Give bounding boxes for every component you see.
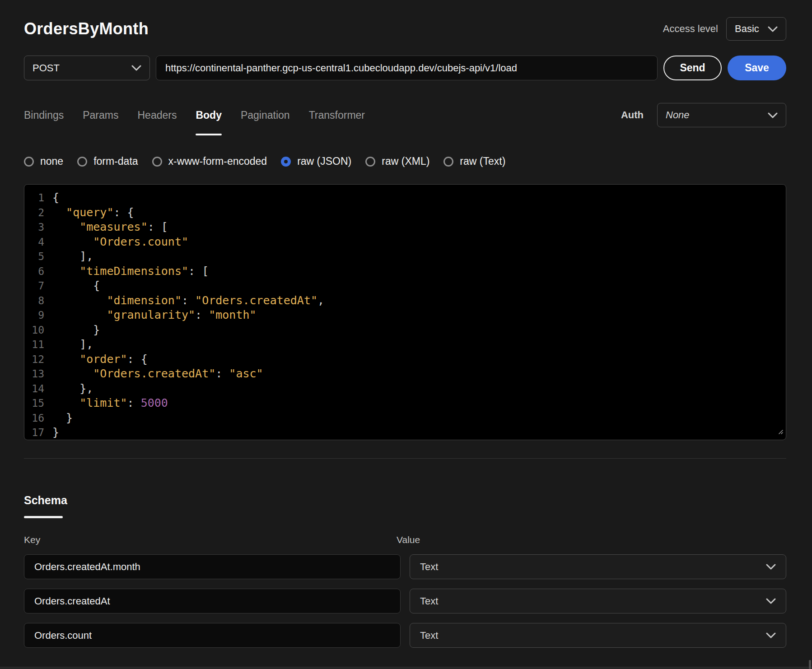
schema-value-select[interactable]: Text [410,554,786,579]
radio-circle-icon [443,157,453,167]
save-button[interactable]: Save [728,56,786,80]
code-token: "Orders.createdAt" [52,367,215,380]
schema-value: Text [420,630,438,641]
code-line: 13 "Orders.createdAt": "asc" [24,367,786,381]
tab-params[interactable]: Params [83,109,118,121]
code-token: "asc" [229,367,263,380]
access-level-value: Basic [735,23,759,35]
code-line: 8 "dimension": "Orders.createdAt", [24,293,786,308]
code-token: : [ [148,220,168,233]
line-number: 3 [24,220,44,235]
radio-circle-icon [365,157,375,167]
code-line: 14 }, [24,381,786,396]
radio-raw-xml[interactable]: raw (XML) [365,155,429,167]
code-line: 4 "Orders.count" [24,235,786,250]
code-line: 1{ [24,190,786,205]
radio-none[interactable]: none [24,155,63,167]
code-token: "timeDimensions" [52,265,188,278]
tab-headers[interactable]: Headers [137,109,177,121]
code-line: 12 "order": { [24,352,786,367]
code-token: } [52,323,100,336]
code-token: } [52,426,59,439]
access-level-group: Access level Basic [663,17,786,41]
request-body-editor[interactable]: 1{2 "query": {3 "measures": [4 "Orders.c… [24,184,786,440]
code-line: 15 "limit": 5000 [24,396,786,411]
code-line: 10 } [24,323,786,338]
page-header: OrdersByMonth Access level Basic [24,17,786,41]
code-line: 11 ], [24,337,786,352]
code-token: , [317,294,324,307]
tab-pagination[interactable]: Pagination [241,109,290,121]
scrollbar-thumb[interactable] [809,660,811,669]
send-button[interactable]: Send [663,56,722,80]
schema-value: Text [420,595,438,607]
auth-select[interactable]: None [657,103,786,127]
tab-bindings[interactable]: Bindings [24,109,64,121]
radio-x-www-form-encoded[interactable]: x-www-form-encoded [152,155,267,167]
radio-label: form-data [93,155,138,167]
auth-label: Auth [621,109,644,121]
code-line: 5 ], [24,249,786,264]
schema-key-input[interactable] [24,554,401,579]
radio-raw-text[interactable]: raw (Text) [443,155,505,167]
code-line: 7 { [24,279,786,293]
key-column-label: Key [24,534,40,545]
tab-transformer[interactable]: Transformer [309,109,365,121]
radio-raw-json[interactable]: raw (JSON) [281,155,351,167]
line-number: 2 [24,205,44,220]
code-token: : [195,308,209,321]
code-token: : { [127,353,148,366]
code-token: "Orders.createdAt" [195,294,317,307]
chevron-down-icon [766,564,776,570]
tab-label: Body [196,109,222,121]
active-tab-indicator [196,134,222,135]
line-number: 8 [24,293,44,308]
code-line: 3 "measures": [ [24,220,786,235]
auth-value: None [666,109,690,121]
code-token: } [52,411,73,424]
method-value: POST [33,62,60,74]
code-token: { [52,279,100,292]
schema-value-select[interactable]: Text [410,589,786,613]
radio-circle-icon [152,157,162,167]
code-line: 16 } [24,411,786,426]
code-token: "granularity" [52,308,195,321]
line-number: 11 [24,337,44,352]
code-token: ], [52,338,93,351]
line-number: 13 [24,367,44,381]
line-number: 16 [24,411,44,426]
chevron-down-icon [766,632,776,638]
auth-group: Auth None [621,103,786,127]
radio-circle-icon [77,157,87,167]
code-token: : { [113,206,134,219]
code-token: "dimension" [52,294,182,307]
tab-body[interactable]: Body [196,109,222,121]
code-token: "measures" [52,220,148,233]
resize-handle-icon[interactable] [776,424,784,437]
code-token: "query" [52,206,113,219]
schema-key-input[interactable] [24,589,401,613]
code-line: 6 "timeDimensions": [ [24,264,786,279]
schema-value-select[interactable]: Text [410,623,786,648]
url-input[interactable] [156,56,658,80]
tab-label: Params [83,109,118,121]
bottom-panel-edge [0,667,812,669]
schema-column-labels: Key Value [24,534,786,545]
line-number: 1 [24,190,44,205]
radio-form-data[interactable]: form-data [77,155,138,167]
chevron-down-icon [766,598,776,604]
radio-label: raw (Text) [460,155,505,167]
line-number: 14 [24,381,44,396]
code-line: 17} [24,425,786,440]
code-token: "order" [52,353,127,366]
line-number: 15 [24,396,44,411]
tabs-row: BindingsParamsHeadersBodyPaginationTrans… [24,103,786,127]
code-token: : [127,396,141,409]
schema-key-input[interactable] [24,623,401,648]
tab-label: Bindings [24,109,64,121]
method-select[interactable]: POST [24,56,150,80]
tab-label: Headers [137,109,177,121]
radio-label: none [40,155,63,167]
access-level-select[interactable]: Basic [726,17,786,41]
line-number: 10 [24,323,44,338]
